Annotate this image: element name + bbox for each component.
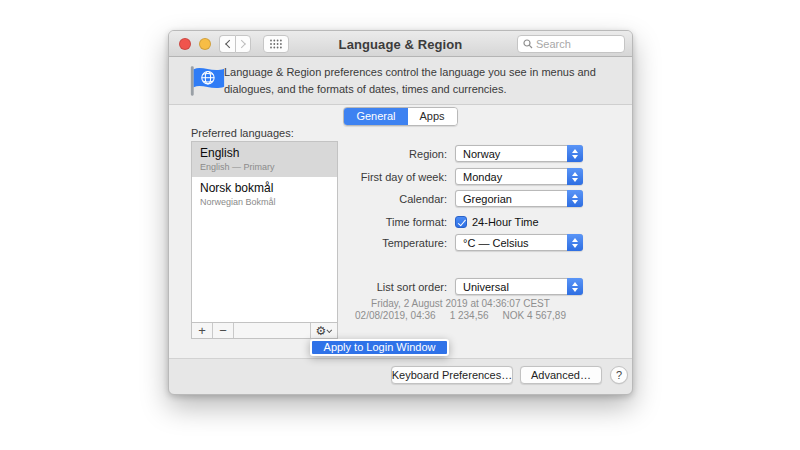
language-region-window: Language & Region: [168, 30, 633, 395]
list-sort-value: Universal: [456, 281, 567, 293]
time-format-row: Time format: 24-Hour Time: [316, 213, 589, 230]
search-field[interactable]: [517, 35, 625, 53]
list-sort-label: List sort order:: [316, 281, 455, 293]
add-language-button[interactable]: +: [192, 323, 213, 338]
region-label: Region:: [316, 148, 455, 160]
stepper-icon: [567, 145, 583, 162]
stepper-icon: [567, 190, 583, 207]
menu-item-apply-login-window[interactable]: Apply to Login Window: [312, 341, 447, 354]
calendar-row: Calendar: Gregorian: [316, 190, 589, 207]
stepper-icon: [567, 278, 583, 295]
gear-icon: ⚙: [316, 325, 327, 337]
first-day-value: Monday: [456, 171, 567, 183]
action-menu-popup: Apply to Login Window: [310, 339, 449, 356]
search-icon: [523, 39, 533, 49]
list-sort-row: List sort order: Universal: [316, 278, 589, 295]
preview-currency: NOK 4 567,89: [503, 310, 566, 321]
preview-number: 1 234,56: [450, 310, 489, 321]
list-toolbar: + − ⚙: [191, 322, 338, 339]
temperature-row: Temperature: °C — Celsius: [316, 234, 589, 251]
remove-language-button[interactable]: −: [213, 323, 234, 338]
stepper-icon: [567, 168, 583, 185]
help-button[interactable]: ?: [610, 366, 628, 384]
calendar-popup[interactable]: Gregorian: [455, 190, 583, 207]
language-name: Norsk bokmål: [200, 181, 329, 195]
pane-header: Language & Region preferences control th…: [169, 57, 632, 104]
time-format-checkbox[interactable]: [455, 216, 467, 228]
action-menu-button[interactable]: ⚙: [310, 323, 337, 338]
search-input[interactable]: [536, 38, 618, 50]
format-preview-line1: Friday, 2 August 2019 at 04:36:07 CEST: [329, 298, 592, 309]
language-region-flag-icon: [188, 65, 226, 98]
temperature-popup[interactable]: °C — Celsius: [455, 234, 583, 251]
language-name: English: [200, 146, 329, 160]
first-day-label: First day of week:: [316, 171, 455, 183]
advanced-button[interactable]: Advanced…: [520, 366, 602, 384]
footer: Keyboard Preferences… Advanced… ?: [169, 357, 632, 394]
toolbar-spacer: [234, 323, 310, 338]
calendar-value: Gregorian: [456, 193, 567, 205]
time-format-label: Time format:: [316, 216, 455, 228]
first-day-popup[interactable]: Monday: [455, 168, 583, 185]
preview-date-short: 02/08/2019, 04:36: [355, 310, 436, 321]
keyboard-preferences-button[interactable]: Keyboard Preferences…: [391, 366, 513, 384]
pane-description: Language & Region preferences control th…: [224, 64, 624, 97]
temperature-label: Temperature:: [316, 237, 455, 249]
stepper-icon: [567, 234, 583, 251]
region-row: Region: Norway: [316, 145, 589, 162]
calendar-label: Calendar:: [316, 193, 455, 205]
region-value: Norway: [456, 148, 567, 160]
tab-bar: General Apps: [169, 107, 632, 126]
region-popup[interactable]: Norway: [455, 145, 583, 162]
desktop: Language & Region: [0, 0, 800, 450]
format-preview-line2: 02/08/2019, 04:36 1 234,56 NOK 4 567,89: [329, 310, 592, 321]
language-subtitle: Norwegian Bokmål: [200, 197, 329, 207]
tab-general[interactable]: General: [344, 108, 407, 125]
temperature-value: °C — Celsius: [456, 237, 567, 249]
preferred-languages-label: Preferred languages:: [191, 127, 294, 139]
list-sort-popup[interactable]: Universal: [455, 278, 583, 295]
time-format-checkbox-label: 24-Hour Time: [472, 216, 539, 228]
language-subtitle: English — Primary: [200, 162, 329, 172]
first-day-row: First day of week: Monday: [316, 168, 589, 185]
tab-apps[interactable]: Apps: [408, 108, 457, 125]
title-bar: Language & Region: [169, 31, 632, 57]
chevron-down-icon: [327, 327, 333, 333]
